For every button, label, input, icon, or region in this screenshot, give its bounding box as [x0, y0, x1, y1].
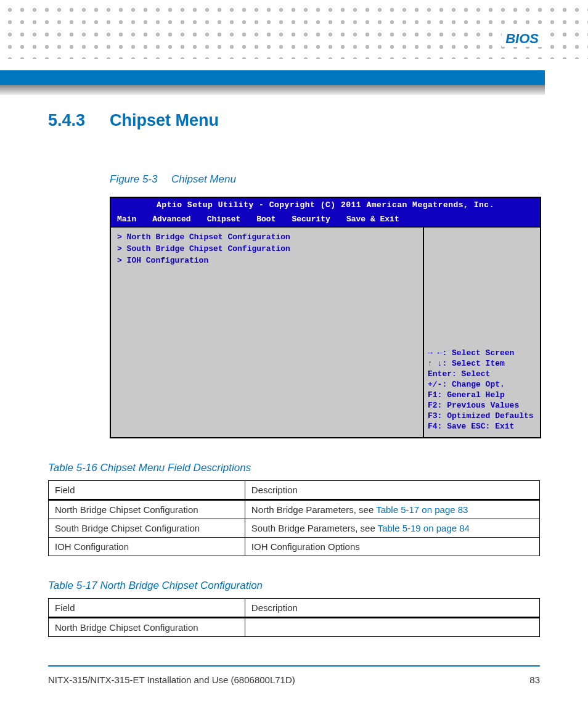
bios-tab-advanced: Advanced	[152, 215, 190, 224]
table-cell-field: South Bridge Chipset Configuration	[49, 519, 245, 538]
header-section-label: BIOS	[502, 31, 542, 47]
table-row: North Bridge Chipset Configuration	[49, 618, 540, 637]
table-row: North Bridge Chipset Configuration North…	[49, 500, 540, 519]
footer-page-number: 83	[529, 675, 540, 685]
bios-help-line: F3: Optimized Defaults	[428, 411, 536, 421]
table-row: South Bridge Chipset Configuration South…	[49, 519, 540, 538]
table-cell-description	[245, 618, 539, 637]
figure-number: Figure 5-3	[110, 173, 171, 186]
table-cell-field: IOH Configuration	[49, 538, 245, 556]
table-5-16: Field Description North Bridge Chipset C…	[48, 480, 540, 556]
bios-tab-boot: Boot	[256, 215, 276, 224]
figure-title: Chipset Menu	[171, 173, 236, 185]
bios-help-line: +/-: Change Opt.	[428, 380, 536, 389]
figure-caption: Figure 5-3Chipset Menu	[110, 173, 540, 186]
table-cell-description: IOH Configuration Options	[245, 538, 539, 556]
bios-tab-security: Security	[292, 215, 330, 224]
bios-item-south-bridge: > South Bridge Chipset Configuration	[117, 244, 417, 253]
cross-ref-link[interactable]: Table 5-19 on page 84	[378, 523, 470, 533]
table-header-description: Description	[245, 481, 539, 500]
header-blue-bar	[0, 70, 545, 85]
footer-rule	[48, 665, 540, 667]
table-header-row: Field Description	[49, 599, 540, 618]
bios-help-line: F1: General Help	[428, 390, 536, 400]
bios-help-line: ↑ ↓: Select Item	[428, 359, 536, 368]
bios-screenshot: Aptio Setup Utility - Copyright (C) 2011…	[110, 197, 541, 438]
bios-tab-bar: Main Advanced Chipset Boot Security Save…	[111, 212, 540, 228]
table-cell-field: North Bridge Chipset Configuration	[49, 500, 245, 519]
bios-help-line: Enter: Select	[428, 369, 536, 379]
footer-doc-title: NITX-315/NITX-315-ET Installation and Us…	[48, 675, 295, 685]
table-5-16-caption: Table 5-16 Chipset Menu Field Descriptio…	[48, 462, 540, 474]
bios-help-panel: → ←: Select Screen ↑ ↓: Select Item Ente…	[424, 228, 540, 437]
section-number: 5.4.3	[48, 111, 110, 130]
bios-help-line: → ←: Select Screen	[428, 348, 536, 358]
table-row: IOH Configuration IOH Configuration Opti…	[49, 538, 540, 556]
page-footer: NITX-315/NITX-315-ET Installation and Us…	[48, 675, 540, 685]
bios-tab-chipset: Chipset	[207, 215, 241, 224]
table-header-field: Field	[49, 481, 245, 500]
bios-item-north-bridge: > North Bridge Chipset Configuration	[117, 232, 417, 242]
header-gray-gradient	[0, 85, 545, 95]
table-cell-description: North Bridge Parameters, see Table 5-17 …	[245, 500, 539, 519]
bios-help-line: F2: Previous Values	[428, 401, 536, 410]
table-5-17: Field Description North Bridge Chipset C…	[48, 598, 540, 637]
cross-ref-link[interactable]: Table 5-17 on page 83	[376, 504, 468, 515]
table-5-17-caption: Table 5-17 North Bridge Chipset Configur…	[48, 580, 540, 592]
table-cell-field: North Bridge Chipset Configuration	[49, 618, 245, 637]
table-header-description: Description	[245, 599, 539, 618]
bios-tab-save-exit: Save & Exit	[346, 215, 399, 224]
bios-main-panel: > North Bridge Chipset Configuration > S…	[111, 228, 424, 437]
section-title: Chipset Menu	[110, 111, 219, 129]
table-header-row: Field Description	[49, 481, 540, 500]
bios-title-bar: Aptio Setup Utility - Copyright (C) 2011…	[111, 198, 540, 212]
table-cell-description: South Bridge Parameters, see Table 5-19 …	[245, 519, 539, 538]
section-heading: 5.4.3Chipset Menu	[48, 111, 540, 130]
bios-tab-main: Main	[117, 215, 136, 224]
bios-help-line: F4: Save ESC: Exit	[428, 422, 536, 431]
header-dot-pattern	[0, 0, 588, 59]
table-header-field: Field	[49, 599, 245, 618]
bios-item-ioh: > IOH Configuration	[117, 256, 417, 265]
